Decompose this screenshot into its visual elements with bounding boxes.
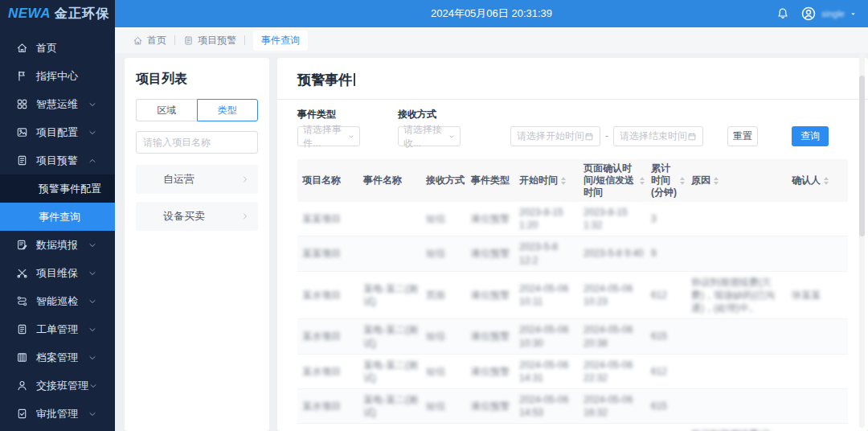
- sidebar-item-项目配置[interactable]: 项目配置: [0, 118, 115, 146]
- cell-receive: 短信: [426, 361, 471, 382]
- sort-carets-icon: [561, 177, 566, 185]
- chev-down-icon: [88, 409, 97, 419]
- sort-carets-icon: [640, 177, 645, 185]
- sidebar-item-数据填报[interactable]: 数据填报: [0, 231, 115, 259]
- chev-down-icon: [88, 297, 97, 306]
- project-list-panel: 项目列表 区域 类型 自运营设备买卖: [125, 58, 269, 431]
- breadcrumb-project-warning-label: 项目预警: [198, 34, 236, 47]
- cell-receive: 短信: [426, 243, 471, 264]
- topbar-datetime: 2024年05月06日 20:31:39: [115, 0, 868, 27]
- sidebar-item-交接班管理[interactable]: 交接班管理: [0, 371, 115, 400]
- cell-confirm: 2024-05-06 10:23: [583, 278, 651, 312]
- breadcrumb-divider: [244, 35, 245, 45]
- bell-icon[interactable]: [776, 7, 789, 20]
- tab-region[interactable]: 区域: [136, 99, 197, 121]
- cell-project: 某水项目: [297, 326, 363, 347]
- start-time-placeholder: 请选择开始时间: [517, 129, 584, 143]
- project-search-input[interactable]: [136, 131, 258, 154]
- column-header-确认人[interactable]: 确认人: [792, 171, 848, 190]
- sort-carets-icon: [714, 177, 719, 185]
- end-time-placeholder: 请选择结束时间: [620, 129, 687, 143]
- sidebar-item-label: 智能巡检: [36, 294, 88, 309]
- sidebar-item-label: 项目维保: [36, 266, 88, 281]
- sidebar-item-项目维保[interactable]: 项目维保: [0, 259, 115, 287]
- tab-type[interactable]: 类型: [197, 99, 259, 121]
- column-header-接收方式: 接收方式: [426, 171, 471, 190]
- user-menu[interactable]: single: [800, 6, 857, 22]
- start-time-picker[interactable]: 请选择开始时间: [510, 126, 600, 146]
- sidebar-item-智慧运维[interactable]: 智慧运维: [0, 90, 115, 118]
- cell-receive: 短信: [426, 208, 471, 229]
- events-table: 项目名称事件名称接收方式事件类型开始时间页面确认时间/短信发送时间累计时间 (分…: [297, 159, 848, 431]
- cell-start: 2023-5-8 12:2: [519, 236, 583, 270]
- column-label: 项目名称: [302, 174, 341, 187]
- cell-event: 某电-某二(测试): [363, 355, 426, 388]
- cell-type: 液位预警: [471, 208, 519, 229]
- file-icon: [183, 35, 194, 46]
- sidebar: NEWA 金正环保 首页指挥中心智慧运维项目配置项目预警预警事件配置事件查询数据…: [0, 0, 115, 431]
- chevron-down-icon: [448, 133, 455, 141]
- column-label: 页面确认时间/短信发送时间: [583, 162, 637, 199]
- sidebar-subitem-事件查询[interactable]: 事件查询: [0, 203, 115, 231]
- sidebar-subitem-预警事件配置[interactable]: 预警事件配置: [0, 174, 115, 203]
- column-header-累计时间 (分钟)[interactable]: 累计时间 (分钟): [651, 159, 691, 202]
- column-header-页面确认时间/短信发送时间[interactable]: 页面确认时间/短信发送时间: [583, 159, 651, 202]
- panel-header: 预警事件: [277, 58, 868, 100]
- sidebar-item-工单管理[interactable]: 工单管理: [0, 315, 115, 343]
- column-label: 开始时间: [519, 174, 558, 187]
- cell-project: 某某项目: [297, 208, 363, 229]
- table-row: 某水项目某电-某二(测试)页面液位预警2024-05-06 10:112024-…: [297, 272, 848, 320]
- receive-mode-select[interactable]: 请选择接收...: [398, 126, 461, 146]
- cell-project: 某水项目: [297, 285, 363, 306]
- cell-confirm: 2024-05-06 16:32: [583, 389, 651, 423]
- sidebar-item-指挥中心[interactable]: 指挥中心: [0, 62, 115, 90]
- cell-event: 某电-某二(测试): [363, 278, 426, 312]
- table-row: 某水项目某电-某二(测试)页面液位预警2024-05-06 16:532024-…: [297, 424, 848, 431]
- app-logo[interactable]: NEWA 金正环保: [0, 0, 115, 27]
- end-time-picker[interactable]: 请选择结束时间: [613, 126, 703, 146]
- user-icon: [16, 380, 28, 392]
- search-button[interactable]: 查询: [792, 126, 829, 146]
- chev-right-icon: [240, 211, 250, 221]
- column-header-原因[interactable]: 原因: [691, 171, 792, 190]
- column-label: 累计时间 (分钟): [651, 162, 677, 199]
- cell-minutes: 615: [651, 326, 691, 347]
- patrol-icon: [16, 295, 28, 307]
- reset-button[interactable]: 重置: [727, 126, 758, 146]
- filter-bar: 事件类型 请选择事件... 接收方式 请选择接收... 请选择开始时间 - 请选…: [277, 100, 868, 146]
- sidebar-item-label: 档案管理: [36, 351, 88, 365]
- table-header: 项目名称事件名称接收方式事件类型开始时间页面确认时间/短信发送时间累计时间 (分…: [297, 159, 848, 202]
- column-header-开始时间[interactable]: 开始时间: [519, 171, 583, 190]
- table-row: 某水项目某电-某二(测试)短信液位预警2024-05-06 14:312024-…: [297, 355, 848, 389]
- breadcrumb-project-warning[interactable]: 项目预警: [183, 34, 236, 47]
- sidebar-item-label: 工单管理: [36, 322, 88, 337]
- chev-down-icon: [88, 269, 97, 278]
- table-row: 某水项目某电-某二(测试)短信液位预警2024-05-06 14:532024-…: [297, 389, 848, 424]
- chev-down-icon: [88, 100, 97, 109]
- event-type-select[interactable]: 请选择事件...: [297, 126, 360, 146]
- table-row: 某某项目短信液位预警2023-8-15 1:202023-8-15 1:323: [297, 202, 848, 236]
- cell-minutes: 612: [651, 285, 691, 306]
- sidebar-item-项目预警[interactable]: 项目预警: [0, 146, 115, 174]
- chev-down-icon: [88, 353, 97, 363]
- cell-start: 2024-05-06 14:53: [519, 389, 583, 423]
- cell-confirmer: [792, 333, 848, 341]
- sidebar-item-label: 审批管理: [36, 407, 88, 421]
- cell-confirmer: [792, 402, 848, 410]
- column-header-事件名称: 事件名称: [363, 171, 426, 190]
- sidebar-item-档案管理[interactable]: 档案管理: [0, 343, 115, 371]
- tree-item-自运营[interactable]: 自运营: [136, 165, 258, 194]
- sidebar-item-审批管理[interactable]: 审批管理: [0, 400, 115, 428]
- sidebar-item-首页[interactable]: 首页: [0, 34, 115, 62]
- cell-confirm: 2024-05-06 22:32: [583, 355, 651, 388]
- caret-down-icon: [850, 10, 857, 18]
- sidebar-item-label: 智慧运维: [36, 97, 88, 112]
- page-title: 预警事件: [297, 71, 352, 89]
- breadcrumb-home[interactable]: 首页: [133, 34, 166, 47]
- sidebar-item-智能巡检[interactable]: 智能巡检: [0, 287, 115, 315]
- tree-item-设备买卖[interactable]: 设备买卖: [136, 202, 258, 231]
- breadcrumb-event-query-tab[interactable]: 事件查询: [253, 31, 308, 51]
- vertical-scrollbar: [859, 53, 865, 428]
- username: single: [821, 9, 845, 18]
- scrollbar-thumb[interactable]: [859, 76, 865, 236]
